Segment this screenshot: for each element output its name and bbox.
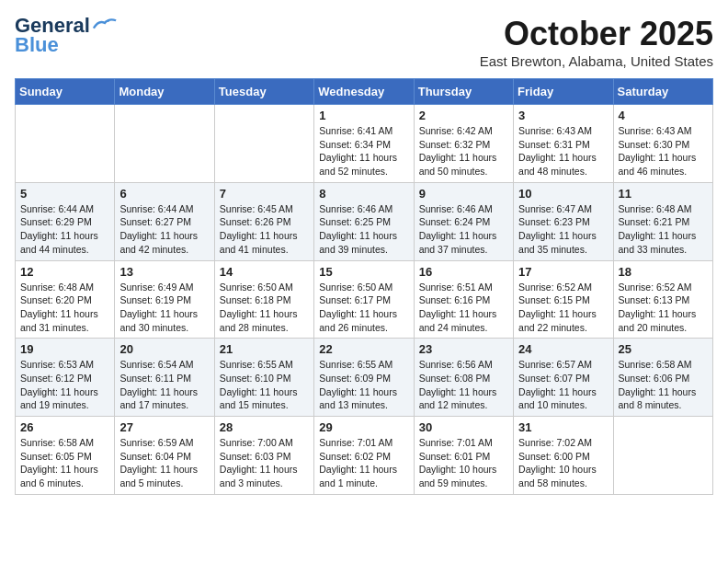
sunset-time: Sunset: 6:27 PM: [119, 216, 191, 227]
sunset-time: Sunset: 6:00 PM: [518, 451, 590, 462]
calendar-cell: 11Sunrise: 6:48 AMSunset: 6:21 PMDayligh…: [613, 182, 712, 260]
day-info: Sunrise: 6:43 AMSunset: 6:31 PMDaylight:…: [518, 124, 608, 178]
month-title: October 2025: [480, 15, 713, 53]
day-info: Sunrise: 6:45 AMSunset: 6:26 PMDaylight:…: [220, 202, 309, 257]
sunset-time: Sunset: 6:09 PM: [319, 373, 391, 384]
day-info: Sunrise: 6:44 AMSunset: 6:29 PMDaylight:…: [20, 202, 109, 257]
day-info: Sunrise: 6:48 AMSunset: 6:21 PMDaylight:…: [619, 202, 708, 257]
calendar-cell: 5Sunrise: 6:44 AMSunset: 6:29 PMDaylight…: [16, 182, 115, 260]
sunrise-time: Sunrise: 6:46 AM: [319, 203, 392, 214]
daylight-hours: Daylight: 11 hours and 33 minutes.: [619, 230, 697, 255]
day-number: 10: [518, 187, 608, 201]
day-number: 26: [20, 420, 109, 434]
logo: General Blue: [15, 15, 118, 55]
sunrise-time: Sunrise: 6:47 AM: [518, 203, 592, 214]
sunrise-time: Sunrise: 6:55 AM: [319, 359, 392, 370]
daylight-hours: Daylight: 11 hours and 1 minute.: [319, 464, 397, 488]
sunset-time: Sunset: 6:29 PM: [20, 216, 92, 227]
daylight-hours: Daylight: 11 hours and 15 minutes.: [220, 386, 298, 411]
calendar-cell: 20Sunrise: 6:54 AMSunset: 6:11 PMDayligh…: [115, 339, 214, 417]
sunrise-time: Sunrise: 6:41 AM: [319, 125, 392, 136]
daylight-hours: Daylight: 11 hours and 35 minutes.: [518, 230, 597, 255]
sunrise-time: Sunrise: 7:01 AM: [419, 437, 493, 448]
day-number: 25: [619, 342, 708, 356]
weekday-header-wednesday: Wednesday: [314, 79, 414, 105]
sunrise-time: Sunrise: 7:00 AM: [220, 437, 293, 448]
sunrise-time: Sunrise: 6:57 AM: [518, 359, 592, 370]
daylight-hours: Daylight: 11 hours and 12 minutes.: [419, 386, 497, 411]
sunrise-time: Sunrise: 6:46 AM: [419, 203, 493, 214]
sunset-time: Sunset: 6:19 PM: [119, 294, 191, 305]
sunset-time: Sunset: 6:08 PM: [419, 373, 491, 384]
calendar-cell: 14Sunrise: 6:50 AMSunset: 6:18 PMDayligh…: [214, 260, 313, 339]
logo-blue: Blue: [15, 33, 59, 56]
day-number: 3: [518, 109, 608, 122]
day-number: 28: [220, 420, 309, 434]
daylight-hours: Daylight: 11 hours and 41 minutes.: [220, 230, 298, 255]
calendar-cell: 27Sunrise: 6:59 AMSunset: 6:04 PMDayligh…: [115, 417, 214, 495]
day-number: 12: [20, 265, 109, 279]
logo-bird-icon: [92, 16, 118, 32]
day-number: 29: [319, 420, 408, 434]
day-number: 31: [518, 420, 608, 434]
day-info: Sunrise: 6:55 AMSunset: 6:09 PMDaylight:…: [319, 358, 408, 412]
title-block: October 2025 East Brewton, Alabama, Unit…: [480, 15, 713, 69]
daylight-hours: Daylight: 11 hours and 39 minutes.: [319, 230, 397, 255]
day-info: Sunrise: 6:57 AMSunset: 6:07 PMDaylight:…: [518, 358, 608, 412]
sunrise-time: Sunrise: 6:52 AM: [518, 282, 592, 293]
daylight-hours: Daylight: 11 hours and 17 minutes.: [119, 386, 198, 411]
day-info: Sunrise: 6:46 AMSunset: 6:24 PMDaylight:…: [419, 202, 508, 257]
sunset-time: Sunset: 6:34 PM: [319, 139, 391, 150]
day-info: Sunrise: 7:00 AMSunset: 6:03 PMDaylight:…: [220, 436, 309, 490]
day-info: Sunrise: 6:46 AMSunset: 6:25 PMDaylight:…: [319, 202, 408, 257]
sunset-time: Sunset: 6:04 PM: [119, 451, 191, 462]
calendar-cell: 16Sunrise: 6:51 AMSunset: 6:16 PMDayligh…: [414, 260, 513, 339]
calendar-cell: 25Sunrise: 6:58 AMSunset: 6:06 PMDayligh…: [613, 339, 712, 417]
daylight-hours: Daylight: 11 hours and 5 minutes.: [119, 464, 198, 488]
sunrise-time: Sunrise: 7:01 AM: [319, 437, 392, 448]
daylight-hours: Daylight: 11 hours and 37 minutes.: [419, 230, 497, 255]
sunrise-time: Sunrise: 6:48 AM: [619, 203, 692, 214]
day-info: Sunrise: 6:49 AMSunset: 6:19 PMDaylight:…: [119, 281, 209, 335]
daylight-hours: Daylight: 11 hours and 30 minutes.: [119, 308, 198, 333]
weekday-header-monday: Monday: [115, 79, 214, 105]
sunrise-time: Sunrise: 6:54 AM: [119, 359, 193, 370]
day-number: 21: [220, 342, 309, 356]
calendar-cell: 22Sunrise: 6:55 AMSunset: 6:09 PMDayligh…: [314, 339, 414, 417]
sunset-time: Sunset: 6:06 PM: [619, 373, 690, 384]
calendar-cell: 13Sunrise: 6:49 AMSunset: 6:19 PMDayligh…: [115, 260, 214, 339]
daylight-hours: Daylight: 11 hours and 24 minutes.: [419, 308, 497, 333]
sunset-time: Sunset: 6:26 PM: [220, 216, 291, 227]
day-info: Sunrise: 6:56 AMSunset: 6:08 PMDaylight:…: [419, 358, 508, 412]
sunset-time: Sunset: 6:11 PM: [119, 373, 191, 384]
day-info: Sunrise: 6:41 AMSunset: 6:34 PMDaylight:…: [319, 124, 408, 178]
day-number: 8: [319, 187, 408, 201]
sunset-time: Sunset: 6:24 PM: [419, 216, 491, 227]
day-number: 30: [419, 420, 508, 434]
day-info: Sunrise: 7:02 AMSunset: 6:00 PMDaylight:…: [518, 436, 608, 490]
calendar-cell: 10Sunrise: 6:47 AMSunset: 6:23 PMDayligh…: [514, 182, 613, 260]
calendar-row-1: 5Sunrise: 6:44 AMSunset: 6:29 PMDaylight…: [16, 182, 713, 260]
sunset-time: Sunset: 6:02 PM: [319, 451, 391, 462]
sunset-time: Sunset: 6:01 PM: [419, 451, 491, 462]
calendar-cell: 31Sunrise: 7:02 AMSunset: 6:00 PMDayligh…: [514, 417, 613, 495]
day-info: Sunrise: 6:58 AMSunset: 6:05 PMDaylight:…: [20, 436, 109, 490]
sunrise-time: Sunrise: 6:42 AM: [419, 125, 493, 136]
page-header: General Blue October 2025 East Brewton, …: [15, 15, 713, 69]
calendar-cell: 9Sunrise: 6:46 AMSunset: 6:24 PMDaylight…: [414, 182, 513, 260]
daylight-hours: Daylight: 11 hours and 28 minutes.: [220, 308, 298, 333]
day-number: 7: [220, 187, 309, 201]
sunrise-time: Sunrise: 6:44 AM: [20, 203, 94, 214]
daylight-hours: Daylight: 11 hours and 46 minutes.: [619, 152, 697, 177]
calendar-row-0: 1Sunrise: 6:41 AMSunset: 6:34 PMDaylight…: [16, 105, 713, 183]
daylight-hours: Daylight: 10 hours and 58 minutes.: [518, 464, 597, 488]
day-info: Sunrise: 6:47 AMSunset: 6:23 PMDaylight:…: [518, 202, 608, 257]
day-info: Sunrise: 6:50 AMSunset: 6:17 PMDaylight:…: [319, 281, 408, 335]
sunset-time: Sunset: 6:31 PM: [518, 139, 590, 150]
day-number: 9: [419, 187, 508, 201]
daylight-hours: Daylight: 11 hours and 6 minutes.: [20, 464, 98, 488]
sunrise-time: Sunrise: 6:56 AM: [419, 359, 493, 370]
day-info: Sunrise: 6:54 AMSunset: 6:11 PMDaylight:…: [119, 358, 209, 412]
day-number: 19: [20, 342, 109, 356]
sunrise-time: Sunrise: 6:51 AM: [419, 282, 493, 293]
